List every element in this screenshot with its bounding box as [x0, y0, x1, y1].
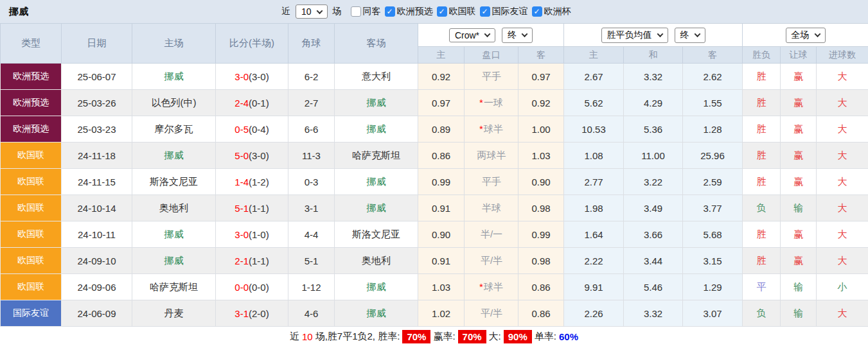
table-row[interactable]: 欧国联 24-09-10 挪威 2-1(1-1) 5-1 奥地利 0.91 平/… [1, 248, 868, 274]
table-row[interactable]: 欧国联 24-11-18 挪威 5-0(3-0) 11-3 哈萨克斯坦 0.86… [1, 143, 868, 169]
col-header-date[interactable]: 日期 [62, 24, 132, 64]
away-team-cell[interactable]: 意大利 [335, 64, 418, 90]
away-team-cell[interactable]: 奥地利 [335, 248, 418, 274]
table-row[interactable]: 欧国联 24-11-15 斯洛文尼亚 1-4(1-2) 0-3 挪威 0.99 … [1, 169, 868, 195]
away-team-cell[interactable]: 挪威 [335, 169, 418, 195]
fulltime-score: 0-0 [235, 282, 249, 293]
home-team-cell[interactable]: 摩尔多瓦 [132, 116, 216, 143]
away-team-cell[interactable]: 斯洛文尼亚 [335, 221, 418, 248]
table-row[interactable]: 欧洲预选 25-06-07 挪威 3-0(3-0) 6-2 意大利 0.92 平… [1, 64, 868, 90]
europe-home-odds-cell: 1.98 [564, 195, 624, 221]
handicap-value: 球半 [484, 281, 503, 292]
filter-checkbox-欧国联[interactable] [437, 6, 447, 17]
table-row[interactable]: 欧洲预选 25-03-26 以色列(中) 2-4(0-1) 2-7 挪威 0.9… [1, 90, 868, 116]
halftime-score: (1-2) [249, 177, 269, 187]
subcol-asia-home[interactable]: 主 [418, 47, 465, 64]
subcol-eu-draw[interactable]: 和 [624, 47, 683, 64]
subcol-asia-handicap[interactable]: 盘口 [465, 47, 518, 64]
away-team-cell[interactable]: 挪威 [335, 195, 418, 221]
summary-recent-label: 近 [290, 331, 299, 343]
fulltime-score: 3-0 [235, 71, 249, 82]
col-header-home[interactable]: 主场 [132, 24, 216, 64]
score-cell: 3-1(2-0) [216, 300, 288, 327]
home-team-cell[interactable]: 挪威 [132, 248, 216, 274]
scope-select[interactable]: 全场 [786, 28, 826, 43]
score-cell: 3-0(3-0) [216, 64, 288, 90]
fulltime-score: 3-1 [235, 308, 249, 319]
away-team-cell[interactable]: 挪威 [335, 116, 418, 143]
europe-away-odds-cell: 3.07 [683, 300, 743, 327]
goals-result-cell: 大 [817, 116, 868, 143]
europe-away-odds-cell: 2.62 [683, 64, 743, 90]
home-team-cell[interactable]: 奥地利 [132, 195, 216, 221]
goals-result-cell: 大 [817, 221, 868, 248]
handicap-result-cell: 输 [781, 195, 817, 221]
europe-odds-select[interactable]: 胜平负均值 [601, 28, 668, 43]
asia-away-odds-cell: 0.92 [518, 90, 564, 116]
subcol-handicap-result[interactable]: 让球 [781, 47, 817, 64]
europe-odds-select-value: 胜平负均值 [607, 30, 652, 41]
asia-away-odds-cell: 0.97 [518, 64, 564, 90]
handicap-value: 一球 [484, 97, 503, 108]
home-team-cell[interactable]: 以色列(中) [132, 90, 216, 116]
away-team-cell[interactable]: 挪威 [335, 300, 418, 327]
subcol-eu-away[interactable]: 客 [683, 47, 743, 64]
europe-away-odds-cell: 1.28 [683, 116, 743, 143]
score-cell: 2-4(0-1) [216, 90, 288, 116]
table-row[interactable]: 欧国联 24-09-06 哈萨克斯坦 0-0(0-0) 1-12 挪威 1.03… [1, 274, 868, 300]
col-header-away[interactable]: 客场 [335, 24, 418, 64]
recent-count-select[interactable]: 10 [296, 4, 328, 19]
result-cell: 胜 [743, 169, 781, 195]
corner-score-cell: 6-6 [288, 116, 335, 143]
filter-checkbox-欧洲预选[interactable] [385, 6, 395, 17]
halftime-score: (0-4) [249, 124, 269, 135]
home-team-cell[interactable]: 挪威 [132, 143, 216, 169]
home-team-cell[interactable]: 挪威 [132, 221, 216, 248]
bookmaker-select-value: Crow* [455, 30, 479, 40]
col-header-score[interactable]: 比分(半场) [216, 24, 288, 64]
away-team-cell[interactable]: 哈萨克斯坦 [335, 143, 418, 169]
subcol-goals[interactable]: 进球数 [817, 47, 868, 64]
away-team-cell[interactable]: 挪威 [335, 274, 418, 300]
europe-draw-odds-cell: 3.32 [624, 300, 683, 327]
corner-score-cell: 6-2 [288, 64, 335, 90]
asia-home-odds-cell: 0.92 [418, 64, 465, 90]
home-team-cell[interactable]: 挪威 [132, 64, 216, 90]
table-row[interactable]: 欧国联 24-10-14 奥地利 5-1(1-1) 3-1 挪威 0.91 半球… [1, 195, 868, 221]
score-cell: 0-0(0-0) [216, 274, 288, 300]
subcol-eu-home[interactable]: 主 [564, 47, 624, 64]
col-header-corner[interactable]: 角球 [288, 24, 335, 64]
goals-result-cell: 大 [817, 143, 868, 169]
top-bar: 挪威 近 10 场 同客欧洲预选欧国联国际友谊欧洲杯 [0, 0, 868, 23]
home-team-cell[interactable]: 丹麦 [132, 300, 216, 327]
filter-checkbox-同客[interactable] [351, 6, 361, 17]
table-row[interactable]: 欧洲预选 25-03-23 摩尔多瓦 0-5(0-4) 6-6 挪威 0.89 … [1, 116, 868, 143]
subcol-asia-away[interactable]: 客 [518, 47, 564, 64]
away-team-cell[interactable]: 挪威 [335, 90, 418, 116]
handicap-cell: 半/一 [465, 221, 518, 248]
result-cell: 胜 [743, 221, 781, 248]
europe-home-odds-cell: 1.64 [564, 221, 624, 248]
chevron-down-icon [694, 31, 700, 37]
halftime-score: (1-1) [249, 203, 269, 214]
halftime-score: (3-0) [249, 71, 269, 82]
table-row[interactable]: 国际友谊 24-06-09 丹麦 3-1(2-0) 4-6 挪威 1.02 平/… [1, 300, 868, 327]
europe-odds-state-select[interactable]: 终 [675, 28, 705, 43]
home-team-cell[interactable]: 哈萨克斯坦 [132, 274, 216, 300]
filter-checkbox-国际友谊[interactable] [480, 6, 490, 17]
europe-draw-odds-cell: 3.49 [624, 195, 683, 221]
europe-away-odds-cell: 25.96 [683, 143, 743, 169]
home-team-cell[interactable]: 斯洛文尼亚 [132, 169, 216, 195]
col-header-type[interactable]: 类型 [1, 24, 62, 64]
asia-odds-state-select[interactable]: 终 [502, 28, 533, 43]
big-rate-label: 大: [489, 331, 501, 343]
table-row[interactable]: 欧国联 24-10-11 挪威 3-0(1-0) 4-4 斯洛文尼亚 0.90 … [1, 221, 868, 248]
handicap-result-cell: 输 [781, 274, 817, 300]
scope-select-value: 全场 [792, 30, 810, 41]
filter-checkbox-欧洲杯[interactable] [532, 6, 542, 17]
fulltime-score: 1-4 [235, 177, 249, 187]
bookmaker-select[interactable]: Crow* [449, 28, 495, 42]
asia-away-odds-cell: 0.86 [518, 300, 564, 327]
subcol-result[interactable]: 胜负 [743, 47, 781, 64]
corner-score-cell: 5-1 [288, 248, 335, 274]
